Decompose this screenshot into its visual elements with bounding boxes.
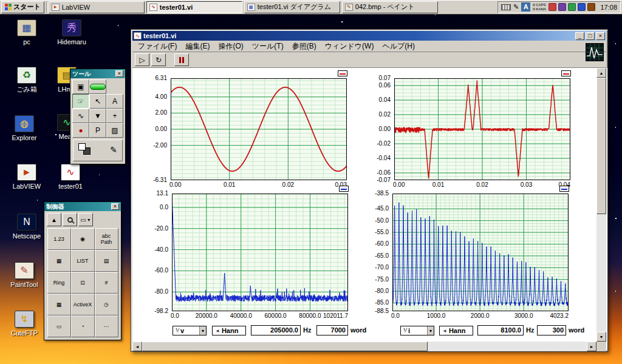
controls-palette-titlebar[interactable]: 制御器 × [44,202,121,211]
desktop-icon-recycle-bin[interactable]: ♻ごみ箱 [7,67,46,93]
desktop-icon-cuteftp[interactable]: ↯CuteFTP [5,311,44,337]
run-button[interactable]: ▷ [135,53,149,66]
plot-area[interactable] [172,194,348,311]
scroll-right-icon[interactable]: ► [587,342,596,351]
desktop-icon-tester01-vi[interactable]: ∿tester01 [51,164,90,190]
run-continuous-button[interactable]: ↻ [151,53,166,66]
vertical-scroll-thumb[interactable] [596,78,606,214]
activex-controls-icon[interactable]: ActiveX [71,294,95,315]
horizontal-scrollbar[interactable]: ◄ ► [132,342,596,351]
plot-legend[interactable] [559,186,569,192]
auto-tool-toggle-icon[interactable]: ▣ [72,79,89,94]
up-level-button[interactable]: ▲ [47,213,61,226]
window-function-ring-left[interactable]: ◄ Hann [212,326,246,335]
pen-input-icon[interactable]: ✎ [513,3,519,11]
signal-ring-right[interactable]: ⅟ i ▼ [400,326,434,335]
close-icon[interactable]: × [111,203,119,210]
menu-item[interactable]: 操作(O) [214,41,247,52]
sample-rate-input-right[interactable]: 8100.0 [477,325,524,335]
clock-controls-icon[interactable]: ◷ [95,294,118,315]
window-titlebar[interactable]: ∿ tester01.vi _ □ × [132,31,606,41]
graph-controls-icon[interactable]: ▤ [95,250,118,272]
options-button[interactable]: ▭▼ [78,213,93,226]
number-controls-icon[interactable]: # [95,272,118,294]
scroll-tool-icon[interactable]: + [106,109,123,123]
maximize-button[interactable]: □ [586,32,595,40]
desktop-icon-labview[interactable]: ►LabVIEW [7,164,46,190]
probe-tool-icon[interactable]: P [89,123,106,138]
menu-item[interactable]: ウィンドウ(W) [321,41,378,52]
numeric-controls-icon[interactable]: 1.23 [47,228,71,250]
close-button[interactable]: × [596,32,605,40]
task-button[interactable]: ►LabVIEW [49,1,145,13]
sample-count-input-right[interactable]: 300 [537,325,566,335]
plot-area[interactable] [171,78,347,180]
task-button[interactable]: ∿tester01.vi [146,1,242,13]
desktop-icon-hidemaru[interactable]: 秀Hidemaru [52,19,91,46]
string-path-controls-icon[interactable]: abc Path [95,228,118,250]
breakpoint-tool-icon[interactable]: ● [72,123,89,138]
plot-legend[interactable] [561,70,571,76]
taskbar-clock[interactable]: 17:08 [598,4,617,11]
scroll-up-icon[interactable]: ▲ [596,68,606,78]
array-controls-icon[interactable]: ▦ [47,250,71,272]
desktop-icon-my-computer[interactable]: ▦pc [7,19,46,46]
sound-icon[interactable] [568,3,576,11]
close-icon[interactable]: × [115,70,123,77]
scroll-left-icon[interactable]: ◄ [132,342,142,351]
menu-item[interactable]: ファイル(F) [134,41,181,52]
desktop-icon-netscape[interactable]: NNetscape [7,214,46,240]
decoration-controls-icon[interactable]: ▭ [47,315,71,337]
vertical-scrollbar[interactable]: ▲ ▼ [596,68,606,342]
scroll-down-icon[interactable]: ▼ [596,332,606,342]
horizontal-scroll-thumb[interactable] [142,342,428,351]
position-tool-icon[interactable]: ↖ [89,94,106,109]
battery-icon[interactable] [587,3,595,11]
x-tick-label: 2000.0 [471,312,490,319]
menu-item[interactable]: ツール(T) [248,41,288,52]
chevron-down-icon[interactable]: ▼ [427,326,434,335]
operate-value-tool-icon[interactable]: ☞ [72,94,89,109]
desktop-icon-painttool[interactable]: ✎PaintTool [5,262,44,288]
plot-area[interactable] [392,194,569,311]
pause-button[interactable] [174,53,189,66]
keyboard-icon[interactable] [501,4,511,10]
paintbrush-icon[interactable]: ✎ [110,145,117,155]
refnum-controls-icon[interactable]: ⊡ [71,272,95,294]
menu-item[interactable]: 参照(B) [288,41,321,52]
task-button[interactable]: ▦tester01.vi ダイアグラム [244,1,340,13]
auto-tool-led-icon[interactable] [89,79,106,94]
wire-tool-icon[interactable]: ∿ [72,109,89,123]
atok-icon[interactable] [558,3,566,11]
knob-controls-icon[interactable]: ◉ [71,228,95,250]
minimize-button[interactable]: _ [575,32,584,40]
desktop-icon-explorer[interactable]: ◍Explorer [5,115,44,141]
tools-palette-titlebar[interactable]: ツール × [70,69,125,78]
start-button[interactable]: スタート [1,1,44,13]
sample-count-input-left[interactable]: 7000 [316,325,348,335]
edit-text-tool-icon[interactable]: A [106,94,123,109]
color-tool[interactable]: ✎ [73,140,123,161]
search-button[interactable] [63,213,77,226]
im-status-icon[interactable] [549,3,556,11]
color-copy-tool-icon[interactable]: ▨ [106,123,123,138]
object-menu-tool-icon[interactable]: ▼ [89,109,106,123]
foreground-color-swatch[interactable] [78,143,86,150]
plot-area[interactable] [394,78,570,180]
ime-mode-indicator[interactable]: A [521,2,530,12]
signal-ring-left[interactable]: ⅟ v ▼ [173,326,207,335]
plot-legend[interactable] [339,186,349,192]
table-controls-icon[interactable]: ▦ [47,294,71,315]
menu-item[interactable]: ヘルプ(H) [378,41,419,52]
ring-controls-icon[interactable]: Ring [47,272,71,294]
more-controls-icon[interactable]: ⋯ [95,315,118,337]
window-function-ring-right[interactable]: ◄ Hann [439,326,473,335]
task-button[interactable]: ✎042.bmp - ペイント [342,1,438,13]
network-shield-icon[interactable] [578,3,586,11]
sample-rate-input-left[interactable]: 205000.0 [251,325,301,335]
plot-legend[interactable] [338,70,347,76]
menu-item[interactable]: 編集(E) [181,41,214,52]
list-controls-icon[interactable]: LIST [71,250,95,272]
chevron-down-icon[interactable]: ▼ [199,326,206,335]
gauge-controls-icon[interactable]: ◔ [71,315,95,337]
